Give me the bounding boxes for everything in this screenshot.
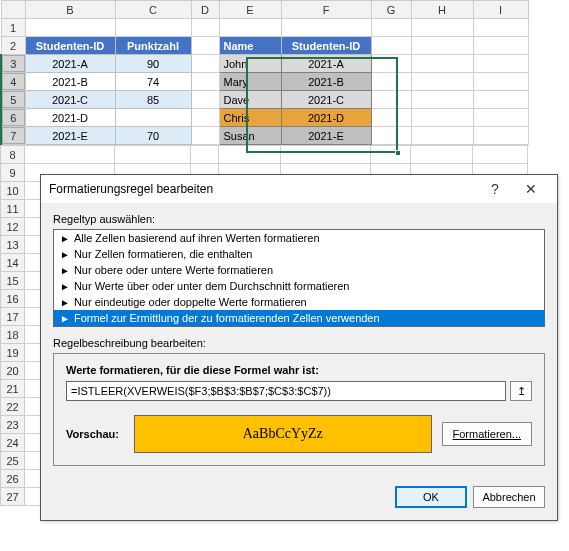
row-header-19[interactable]: 19 [1,344,25,362]
cell[interactable] [371,146,411,164]
col-header-G[interactable]: G [371,1,411,19]
cell[interactable] [191,37,219,55]
cell[interactable] [191,55,219,73]
col-header-E[interactable]: E [219,1,281,19]
cell[interactable] [411,19,473,37]
table1-header-id[interactable]: Studenten-ID [25,37,115,55]
cell[interactable] [115,146,191,164]
row-header-21[interactable]: 21 [1,380,25,398]
row-header-6[interactable]: 6 [1,109,25,127]
row-header-12[interactable]: 12 [1,218,25,236]
cell[interactable] [191,73,219,91]
row-header-8[interactable]: 8 [1,146,25,164]
cell[interactable] [191,19,219,37]
cell[interactable]: 90 [115,55,191,73]
cell[interactable]: John [219,55,281,73]
cancel-button[interactable]: Abbrechen [473,486,545,508]
cell[interactable] [371,37,411,55]
cell[interactable]: 2021-C [25,91,115,109]
cell[interactable] [473,109,528,127]
cell[interactable] [191,127,219,145]
cell[interactable] [411,73,473,91]
cell[interactable] [371,91,411,109]
row-header-11[interactable]: 11 [1,200,25,218]
row-header-27[interactable]: 27 [1,488,25,506]
cell[interactable]: 85 [115,91,191,109]
cell[interactable]: 2021-D [25,109,115,127]
row-header-17[interactable]: 17 [1,308,25,326]
row-header-4[interactable]: 4 [1,73,25,91]
row-header-25[interactable]: 25 [1,452,25,470]
range-selector-button[interactable]: ↥ [510,381,532,401]
row-header-10[interactable]: 10 [1,182,25,200]
cell[interactable] [219,19,281,37]
cell[interactable]: Susan [219,127,281,145]
cell[interactable] [25,146,115,164]
row-header-3[interactable]: 3 [1,55,25,73]
table2-header-name[interactable]: Name [219,37,281,55]
col-header-F[interactable]: F [281,1,371,19]
col-header-D[interactable]: D [191,1,219,19]
row-header-9[interactable]: 9 [1,164,25,182]
row-header-2[interactable]: 2 [1,37,25,55]
cell[interactable] [411,146,473,164]
cell-highlighted[interactable]: Chris [219,109,281,127]
col-header-H[interactable]: H [411,1,473,19]
row-header-24[interactable]: 24 [1,434,25,452]
cell[interactable] [115,109,191,127]
row-header-26[interactable]: 26 [1,470,25,488]
cell[interactable] [115,19,191,37]
cell[interactable] [371,127,411,145]
col-header-I[interactable]: I [473,1,528,19]
row-header-23[interactable]: 23 [1,416,25,434]
ruletype-item-selected[interactable]: ►Formel zur Ermittlung der zu formatiere… [54,310,544,326]
corner-cell[interactable] [1,1,25,19]
cell[interactable]: 70 [115,127,191,145]
col-header-B[interactable]: B [25,1,115,19]
cell[interactable] [371,55,411,73]
cell[interactable] [473,146,528,164]
ruletype-listbox[interactable]: ►Alle Zellen basierend auf ihren Werten … [53,229,545,327]
ruletype-item[interactable]: ►Nur Werte über oder unter dem Durchschn… [54,278,544,294]
cell[interactable]: Dave [219,91,281,109]
cell[interactable] [371,19,411,37]
cell[interactable] [473,37,528,55]
cell[interactable] [219,146,281,164]
cell[interactable]: 2021-E [25,127,115,145]
table1-header-score[interactable]: Punktzahl [115,37,191,55]
cell[interactable] [411,37,473,55]
row-header-5[interactable]: 5 [1,91,25,109]
cell[interactable] [473,55,528,73]
cell[interactable] [281,146,371,164]
row-header-20[interactable]: 20 [1,362,25,380]
ruletype-item[interactable]: ►Nur obere oder untere Werte formatieren [54,262,544,278]
cell[interactable]: 2021-A [25,55,115,73]
row-header-18[interactable]: 18 [1,326,25,344]
close-button[interactable]: ✕ [513,176,549,202]
cell[interactable]: Mary [219,73,281,91]
table2-header-id[interactable]: Studenten-ID [281,37,371,55]
cell[interactable]: 74 [115,73,191,91]
row-header-22[interactable]: 22 [1,398,25,416]
cell[interactable] [191,146,219,164]
cell[interactable] [411,91,473,109]
formula-input[interactable] [66,381,506,401]
help-button[interactable]: ? [477,176,513,202]
cell[interactable] [25,19,115,37]
row-header-1[interactable]: 1 [1,19,25,37]
cell[interactable]: 2021-B [281,73,371,91]
cell[interactable] [473,73,528,91]
cell[interactable]: 2021-A [281,55,371,73]
ruletype-item[interactable]: ►Alle Zellen basierend auf ihren Werten … [54,230,544,246]
row-header-16[interactable]: 16 [1,290,25,308]
row-header-7[interactable]: 7 [1,127,25,145]
row-header-13[interactable]: 13 [1,236,25,254]
cell[interactable] [473,91,528,109]
cell[interactable] [191,91,219,109]
row-header-14[interactable]: 14 [1,254,25,272]
cell[interactable] [411,109,473,127]
col-header-C[interactable]: C [115,1,191,19]
cell[interactable] [473,19,528,37]
format-button[interactable]: Formatieren... [442,422,532,446]
cell-highlighted[interactable]: 2021-D [281,109,371,127]
